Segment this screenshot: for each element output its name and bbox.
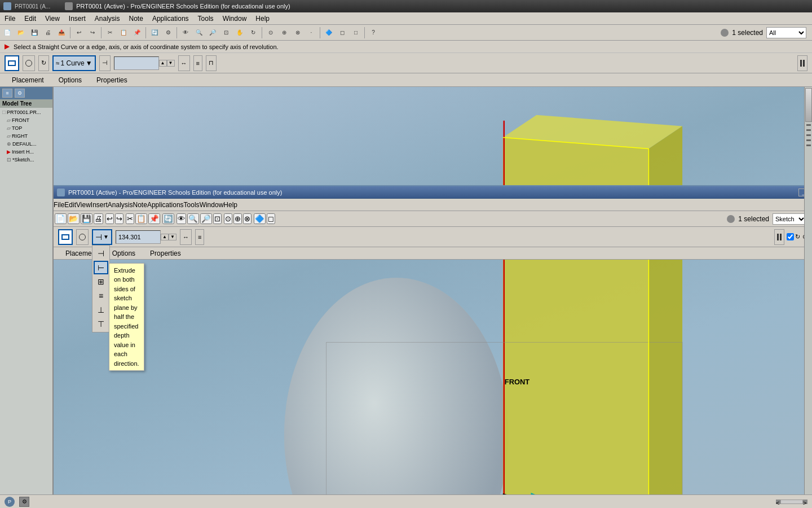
menu-insert[interactable]: Insert xyxy=(64,12,90,24)
child-feat-rect[interactable] xyxy=(58,229,73,245)
tb-new[interactable]: 📄 xyxy=(1,27,14,39)
tb-open[interactable]: 📂 xyxy=(15,27,27,39)
child-menu-help[interactable]: Help xyxy=(223,201,237,209)
feat-rect-btn[interactable] xyxy=(5,55,19,71)
scroll-left-btn[interactable]: < xyxy=(776,500,780,504)
child-menu-insert[interactable]: Insert xyxy=(91,201,108,209)
tab-options[interactable]: Options xyxy=(51,73,89,86)
feat-circle-btn[interactable] xyxy=(23,55,35,71)
child-menu-edit[interactable]: Edit xyxy=(64,201,76,209)
tb-view1[interactable]: 👁 xyxy=(179,27,192,39)
child-tab-options[interactable]: Options xyxy=(105,247,143,259)
tb-wire[interactable]: ◻ xyxy=(336,27,348,39)
child-tb-copy[interactable]: 📋 xyxy=(135,213,147,224)
child-tb-redo[interactable]: ↪ xyxy=(115,213,123,224)
depth-opt-4[interactable]: ≡ xyxy=(94,289,108,303)
child-tb-cs[interactable]: ⊗ xyxy=(243,213,251,224)
child-depth-down[interactable]: ▼ xyxy=(169,234,176,240)
menu-tools[interactable]: Tools xyxy=(193,12,218,24)
tree-expand-btn[interactable]: ≡ xyxy=(2,89,12,98)
child-menu-applications[interactable]: Applications xyxy=(147,201,184,209)
child-tb-zoom-in[interactable]: 🔍 xyxy=(187,213,199,224)
child-tb-view[interactable]: 👁 xyxy=(176,213,186,224)
menu-help[interactable]: Help xyxy=(251,12,274,24)
child-tb-paste[interactable]: 📌 xyxy=(148,213,160,224)
depth-opt-3[interactable]: ⊞ xyxy=(94,275,108,288)
angle-input[interactable]: 360.00 xyxy=(114,56,159,70)
child-tb-fit[interactable]: ⊡ xyxy=(213,213,222,224)
depth-type-selector[interactable]: ⊣ ▼ xyxy=(92,229,112,245)
tb-cut[interactable]: ✂ xyxy=(104,27,116,39)
tb-feature[interactable]: ⚙ xyxy=(162,27,174,39)
child-feat-circle[interactable] xyxy=(76,229,89,245)
tb-help[interactable]: ? xyxy=(367,27,379,39)
tb-redo[interactable]: ↪ xyxy=(86,27,99,39)
tb-copy[interactable]: 📋 xyxy=(117,27,130,39)
depth-opt-5[interactable]: ⊥ xyxy=(94,303,108,317)
tree-item-insert[interactable]: ▶ Insert H... xyxy=(0,148,52,156)
child-tb-axis[interactable]: ⊕ xyxy=(233,213,242,224)
child-menu-analysis[interactable]: Analysis xyxy=(108,201,133,209)
tab-placement[interactable]: Placement xyxy=(5,73,51,86)
child-tab-properties[interactable]: Properties xyxy=(143,247,188,259)
child-depth-up[interactable]: ▲ xyxy=(161,234,169,240)
tree-settings-btn[interactable]: ⚙ xyxy=(15,89,25,98)
tb-zoom-out[interactable]: 🔎 xyxy=(206,27,219,39)
tb-rotate[interactable]: ↻ xyxy=(247,27,259,39)
depth-opt-6[interactable]: ⊤ xyxy=(94,317,108,331)
menu-window[interactable]: Window xyxy=(218,12,251,24)
tree-item-default[interactable]: ⊕ DEFAUL... xyxy=(0,140,52,148)
curve-dropdown-arrow[interactable]: ▼ xyxy=(86,59,92,67)
scroll-right-btn[interactable]: > xyxy=(803,500,807,504)
tb-cs[interactable]: ⊗ xyxy=(292,27,304,39)
scroll-track[interactable] xyxy=(780,500,803,504)
tb-paste[interactable]: 📌 xyxy=(131,27,143,39)
child-flip-btn[interactable]: ↔ xyxy=(180,229,192,245)
child-tb-regen[interactable]: 🔄 xyxy=(162,213,174,224)
right-scroll-btn-4[interactable] xyxy=(806,139,811,141)
right-scroll-btn-1[interactable] xyxy=(806,124,811,126)
child-tb-zoom-out[interactable]: 🔎 xyxy=(200,213,212,224)
tb-shading[interactable]: 🔷 xyxy=(323,27,335,39)
child-tb-shading[interactable]: 🔷 xyxy=(254,213,266,224)
child-tb-save[interactable]: 💾 xyxy=(81,213,92,224)
pause-btn[interactable] xyxy=(797,55,807,71)
tree-item-sketch[interactable]: ⊡ *Sketch... xyxy=(0,156,52,164)
child-menu-window[interactable]: Window xyxy=(200,201,224,209)
child-filter-select[interactable]: Sketch All xyxy=(773,213,806,225)
tree-item-prt[interactable]: □ PRT0001.PR... xyxy=(0,108,52,116)
right-scroll-btn-5[interactable] xyxy=(806,144,811,146)
child-tb-datum[interactable]: ⊙ xyxy=(224,213,232,224)
tb-regen[interactable]: 🔄 xyxy=(148,27,161,39)
child-tb-wire[interactable]: ◻ xyxy=(267,213,275,224)
tb-print[interactable]: 🖨 xyxy=(42,27,54,39)
child-menu-file[interactable]: File xyxy=(54,201,64,209)
feat-rotate-btn[interactable]: ↻ xyxy=(38,55,49,71)
child-tb-cut[interactable]: ✂ xyxy=(126,213,134,224)
child-tb-undo[interactable]: ↩ xyxy=(105,213,114,224)
tb-pan[interactable]: ✋ xyxy=(233,27,246,39)
tree-item-right[interactable]: ▱ RIGHT xyxy=(0,132,52,140)
child-tb-open[interactable]: 📂 xyxy=(68,213,80,224)
depth-opt-1[interactable]: ⊣ xyxy=(94,247,108,260)
curve-selector[interactable]: ≈ 1 Curve ▼ xyxy=(52,55,96,71)
feat-thin[interactable]: ≡ xyxy=(193,55,202,71)
tab-properties[interactable]: Properties xyxy=(89,73,135,86)
menu-file[interactable]: File xyxy=(0,12,20,24)
child-tb-new[interactable]: 📄 xyxy=(55,213,67,224)
child-tb-print[interactable]: 🖨 xyxy=(94,213,103,224)
tb-hidden[interactable]: □ xyxy=(350,27,362,39)
status-logo-btn[interactable]: P xyxy=(5,497,15,507)
tb-point[interactable]: · xyxy=(305,27,317,39)
tree-item-top[interactable]: ▱ TOP xyxy=(0,124,52,132)
tb-datum[interactable]: ⊙ xyxy=(264,27,277,39)
status-settings-btn[interactable]: ⚙ xyxy=(19,497,29,507)
menu-view[interactable]: View xyxy=(41,12,64,24)
angle-down[interactable]: ▼ xyxy=(167,60,175,67)
feat-depth-type[interactable]: ⊣ xyxy=(99,55,111,71)
menu-analysis[interactable]: Analysis xyxy=(90,12,125,24)
angle-up[interactable]: ▲ xyxy=(159,60,167,67)
tb-fit[interactable]: ⊡ xyxy=(220,27,232,39)
depth-opt-2-selected[interactable]: ⊢ xyxy=(94,261,108,274)
child-depth-input[interactable] xyxy=(116,230,161,244)
